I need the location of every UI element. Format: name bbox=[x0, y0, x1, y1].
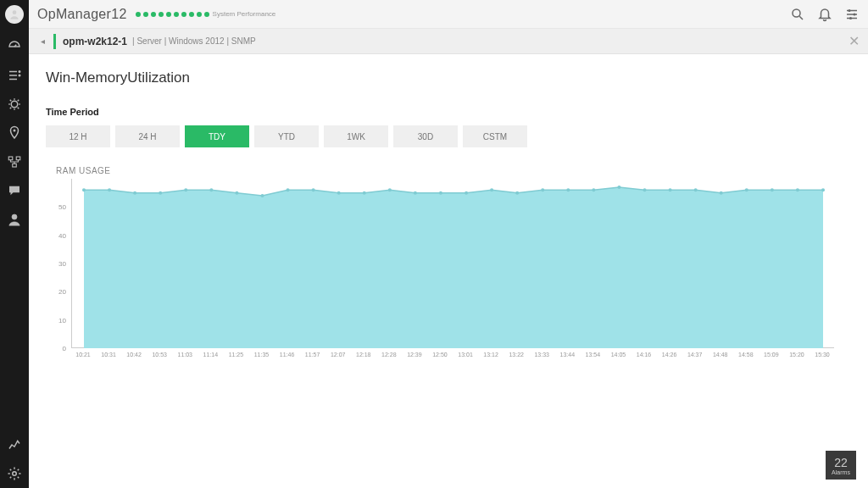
chart-x-axis: 10:2110:3110:4210:5311:0311:1411:2511:35… bbox=[71, 348, 834, 365]
svg-point-20 bbox=[235, 191, 238, 195]
breadcrumb: ◂ opm-w2k12-1 | Server | Windows 2012 | … bbox=[29, 29, 868, 54]
chart-title: RAM USAGE bbox=[56, 166, 851, 175]
svg-point-9 bbox=[13, 472, 17, 476]
svg-point-13 bbox=[849, 17, 852, 19]
period-button-1wk[interactable]: 1WK bbox=[324, 125, 388, 147]
svg-point-2 bbox=[19, 75, 20, 76]
svg-point-26 bbox=[388, 188, 392, 191]
chart-y-axis: 01020304050 bbox=[46, 179, 70, 348]
topbar: OpManager12 System Performance bbox=[29, 0, 868, 29]
content: Win-MemoryUtilization Time Period 12 H24… bbox=[29, 54, 868, 488]
user-icon[interactable] bbox=[0, 205, 29, 234]
app-title: OpManager12 bbox=[37, 7, 127, 22]
svg-point-3 bbox=[11, 101, 18, 108]
svg-point-11 bbox=[849, 9, 851, 12]
svg-point-21 bbox=[260, 194, 264, 197]
svg-point-15 bbox=[108, 188, 111, 191]
bell-icon[interactable] bbox=[817, 7, 832, 22]
chart: 01020304050 10:2110:3110:4210:5311:0311:… bbox=[46, 179, 851, 374]
svg-point-40 bbox=[745, 188, 748, 191]
performance-indicator bbox=[136, 12, 209, 17]
alarms-badge[interactable]: 22 Alarms bbox=[826, 451, 856, 480]
svg-point-41 bbox=[771, 188, 774, 191]
sliders-icon[interactable] bbox=[844, 7, 860, 22]
device-name[interactable]: opm-w2k12-1 bbox=[63, 36, 127, 47]
svg-point-42 bbox=[796, 188, 799, 191]
breadcrumb-meta: | Server | Windows 2012 | SNMP bbox=[132, 36, 256, 46]
svg-point-27 bbox=[414, 191, 417, 195]
list-icon[interactable] bbox=[0, 61, 29, 90]
svg-point-25 bbox=[363, 191, 366, 195]
page-title: Win-MemoryUtilization bbox=[46, 69, 851, 86]
svg-point-16 bbox=[133, 191, 136, 195]
period-button-ytd[interactable]: YTD bbox=[254, 125, 319, 147]
svg-point-31 bbox=[515, 191, 519, 195]
svg-point-23 bbox=[312, 188, 315, 191]
svg-point-14 bbox=[82, 188, 86, 191]
chat-icon[interactable] bbox=[0, 176, 29, 205]
svg-point-19 bbox=[209, 188, 213, 191]
alarms-count: 22 bbox=[834, 456, 848, 469]
svg-point-37 bbox=[669, 188, 672, 191]
period-button-tdy[interactable]: TDY bbox=[185, 125, 249, 147]
svg-point-29 bbox=[465, 191, 468, 195]
svg-point-4 bbox=[14, 130, 16, 132]
svg-point-18 bbox=[184, 188, 187, 191]
period-button-12h[interactable]: 12 H bbox=[46, 125, 110, 147]
period-button-30d[interactable]: 30D bbox=[393, 125, 458, 147]
svg-point-22 bbox=[287, 188, 290, 191]
avatar[interactable] bbox=[5, 5, 24, 24]
svg-point-12 bbox=[854, 13, 856, 15]
accent-bar bbox=[53, 34, 56, 49]
svg-point-34 bbox=[592, 188, 595, 191]
svg-rect-7 bbox=[13, 164, 17, 167]
time-period-label: Time Period bbox=[46, 107, 851, 117]
alarms-label: Alarms bbox=[832, 469, 850, 475]
performance-label: System Performance bbox=[213, 10, 276, 18]
svg-rect-6 bbox=[16, 157, 20, 160]
svg-point-39 bbox=[720, 191, 723, 195]
search-icon[interactable] bbox=[790, 7, 805, 22]
alert-icon[interactable] bbox=[0, 90, 29, 119]
svg-point-36 bbox=[643, 188, 647, 191]
svg-point-33 bbox=[566, 188, 570, 191]
close-icon[interactable]: ✕ bbox=[849, 35, 860, 48]
network-icon[interactable] bbox=[0, 147, 29, 176]
sidebar bbox=[0, 0, 29, 488]
svg-point-8 bbox=[12, 214, 17, 219]
svg-point-30 bbox=[490, 188, 493, 191]
period-button-cstm[interactable]: CSTM bbox=[463, 125, 527, 147]
period-button-24h[interactable]: 24 H bbox=[115, 125, 180, 147]
dashboard-icon[interactable] bbox=[0, 32, 29, 61]
reports-icon[interactable] bbox=[0, 430, 29, 459]
svg-point-17 bbox=[159, 191, 162, 195]
time-period-row: 12 H24 HTDYYTD1WK30DCSTM bbox=[46, 125, 851, 147]
svg-point-1 bbox=[19, 71, 20, 73]
svg-point-43 bbox=[821, 188, 825, 191]
settings-icon[interactable] bbox=[0, 459, 29, 488]
svg-point-32 bbox=[541, 188, 544, 191]
svg-rect-5 bbox=[8, 157, 13, 160]
svg-point-24 bbox=[337, 191, 341, 195]
svg-point-38 bbox=[694, 188, 698, 191]
svg-point-10 bbox=[793, 9, 800, 17]
svg-point-0 bbox=[13, 10, 17, 14]
back-button[interactable]: ◂ bbox=[36, 36, 50, 46]
svg-point-35 bbox=[617, 186, 620, 189]
chart-plot-area bbox=[71, 179, 834, 348]
pin-icon[interactable] bbox=[0, 119, 29, 147]
svg-point-28 bbox=[439, 191, 442, 195]
